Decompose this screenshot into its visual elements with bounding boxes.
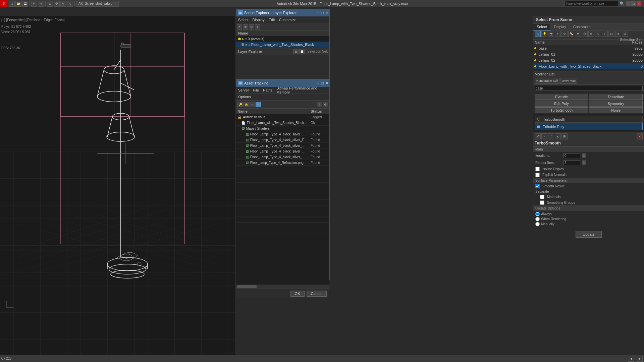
file-tab-close[interactable]: ✕ — [114, 2, 116, 5]
sfs-geo-btn[interactable]: △ — [535, 31, 541, 37]
render-iters-up[interactable]: ▲ — [582, 160, 586, 163]
at-row-gloss[interactable]: 🖼 Floor_Lamp_Type_4_black_silver_Glossin… — [236, 143, 329, 148]
status-icon1[interactable]: ◀ — [628, 356, 634, 362]
mod-face-btn[interactable]: ▲ — [555, 133, 561, 139]
sfs-cam-btn[interactable]: 📷 — [548, 31, 554, 37]
at-btn3[interactable]: ≡ — [250, 102, 255, 107]
symmetry-button[interactable]: Symmetry — [589, 101, 643, 107]
asset-tracking-titlebar[interactable]: ⊞ Asset Tracking − □ ✕ — [236, 79, 329, 87]
at-menu-paths[interactable]: Paths — [262, 88, 273, 92]
isoline-checkbox[interactable] — [535, 167, 540, 171]
sfs-light-btn[interactable]: 💡 — [541, 31, 547, 37]
menu-select[interactable]: Select — [237, 18, 249, 22]
mod-tab-renderable[interactable]: Renderable Spli — [535, 78, 559, 84]
manually-radio[interactable] — [535, 222, 540, 226]
iterations-input[interactable] — [564, 153, 580, 158]
sfs-helper-btn[interactable]: + — [555, 31, 561, 37]
noise-button[interactable]: Noise — [589, 107, 643, 113]
at-row-fresnel[interactable]: 🖼 Floor_Lamp_Type_4_black_silver_Fresnel… — [236, 137, 329, 143]
at-row-maps[interactable]: 🖼 Maps / Shaders — [236, 126, 329, 131]
scale-icon[interactable]: ⤡ — [67, 1, 73, 7]
smooth-result-checkbox[interactable] — [535, 184, 540, 188]
sfs-bone-btn[interactable]: 🦴 — [568, 31, 574, 37]
at-maximize[interactable]: □ — [321, 81, 324, 85]
select-icon[interactable]: ⊞ — [47, 1, 53, 7]
sfs-invert-btn[interactable]: ⊘ — [588, 31, 594, 37]
at-help-btn[interactable]: ? — [317, 102, 322, 107]
minimize-button[interactable]: − — [626, 1, 631, 6]
edit-poly-button[interactable]: Edit Poly — [535, 101, 588, 107]
at-settings-btn[interactable]: ⚙ — [323, 102, 328, 107]
mod-edge-btn[interactable]: / — [548, 133, 554, 139]
rotate-icon[interactable]: ↺ — [60, 1, 66, 7]
smoothing-groups-checkbox[interactable] — [540, 200, 544, 205]
stack-turbosmoothh[interactable]: ⬡ TurboSmooth — [535, 116, 643, 123]
layer-lamp[interactable]: ▶ ≡ Floor_Lamp_with_Two_Shades_Black — [236, 42, 329, 48]
at-row-file[interactable]: 📄 Floor_Lamp_with_Two_Shades_Black_max_v… — [236, 120, 329, 126]
sfs-hier-btn[interactable]: ⊞ — [622, 31, 628, 37]
menu-display[interactable]: Display — [252, 18, 265, 22]
at-menu-file[interactable]: File — [252, 88, 260, 92]
always-radio[interactable] — [535, 212, 540, 216]
at-row-vault[interactable]: 🔒 Autodesk Vault Logged — [236, 114, 329, 120]
mod-pin-btn[interactable]: 📌 — [535, 133, 541, 139]
turbo-smooth-button[interactable]: TurboSmooth — [535, 107, 588, 113]
sfs-filter-btn[interactable]: ▽ — [595, 31, 601, 37]
base-input[interactable] — [535, 86, 643, 91]
viewport-scene[interactable] — [0, 16, 235, 355]
sfs-sort-btn[interactable]: ↕ — [602, 31, 608, 37]
extrude-button[interactable]: Extrude — [535, 94, 588, 100]
sfs-list-btn[interactable]: ≡ — [615, 31, 621, 37]
at-menu-server[interactable]: Server — [237, 88, 250, 92]
materials-checkbox[interactable] — [540, 195, 544, 199]
status-icon2[interactable]: ▶ — [637, 356, 643, 362]
sfs-all-btn[interactable]: ∀ — [575, 31, 581, 37]
new-icon[interactable]: □ — [9, 1, 15, 7]
tab-customize[interactable]: Customize — [570, 24, 594, 31]
move-icon[interactable]: ✛ — [54, 1, 60, 7]
iterations-down[interactable]: ▼ — [582, 156, 586, 158]
at-minimize[interactable]: − — [316, 81, 319, 85]
open-icon[interactable]: 📂 — [15, 1, 21, 7]
sfs-row-base[interactable]: base 9962 — [533, 45, 644, 51]
at-btn2[interactable]: 🔒 — [244, 102, 249, 107]
at-row-reflect[interactable]: 🖼 Floor_Lamp_Type_4_black_silver_Reflect… — [236, 154, 329, 160]
redo-icon[interactable]: ↪ — [38, 1, 44, 7]
stack-editable-poly[interactable]: ◼ Editable Poly — [535, 123, 643, 130]
layer-0[interactable]: ▶ ≡ 0 (default) — [236, 36, 329, 42]
se-filter-btn[interactable]: ✕ — [237, 24, 242, 29]
tab-display[interactable]: Display — [551, 24, 570, 31]
se-footer-icon2[interactable]: 📋 — [299, 49, 305, 54]
mod-tab-uvw[interactable]: UVW Map — [560, 78, 577, 84]
at-cancel-button[interactable]: Cancel — [307, 291, 327, 297]
se-layer-explorer-label[interactable]: Layer Explorer — [237, 50, 263, 54]
when-rendering-radio[interactable] — [535, 217, 540, 221]
update-button[interactable]: Update — [576, 231, 601, 238]
se-expand-btn[interactable]: ⊕ — [243, 24, 248, 29]
mod-delete-btn[interactable]: ✕ — [637, 133, 643, 139]
at-scrollbar[interactable] — [236, 285, 329, 289]
file-tab[interactable]: AK_Screenshot_wrksp ✕ — [76, 1, 119, 7]
explicit-normals-checkbox[interactable] — [535, 173, 540, 177]
sfs-row-ceiling01[interactable]: ceiling_01 20805 — [533, 51, 644, 57]
tessellate-button[interactable]: Tessellate — [589, 94, 643, 100]
tab-select[interactable]: Select — [533, 24, 551, 31]
menu-edit[interactable]: Edit — [268, 18, 276, 22]
mod-all-btn[interactable]: ⊞ — [561, 133, 568, 139]
menu-customize[interactable]: Customize — [278, 18, 297, 22]
undo-icon[interactable]: ↩ — [31, 1, 37, 7]
at-btn4[interactable]: ≡ — [256, 102, 261, 107]
scene-explorer-minimize[interactable]: − — [316, 10, 319, 15]
save-icon[interactable]: 💾 — [22, 1, 28, 7]
at-menu-bitmap[interactable]: Bitmap Performance and Memory — [276, 86, 328, 94]
sfs-colhide-btn[interactable]: ⊟ — [608, 31, 614, 37]
sfs-row-lamp[interactable]: Floor_Lamp_with_Two_Shades_Black 0 — [533, 63, 644, 69]
sfs-space-btn[interactable]: ⚙ — [561, 31, 568, 37]
mod-vert-btn[interactable]: · — [541, 133, 547, 139]
at-scrollbar-thumb[interactable] — [237, 285, 257, 288]
se-collapse-btn[interactable]: ⊖ — [249, 24, 254, 29]
at-close[interactable]: ✕ — [325, 81, 329, 85]
at-menu-options[interactable]: Options — [237, 95, 252, 99]
at-row-refract[interactable]: 🖼 Floor_lamp_Type_4_Refraction.png Found — [236, 160, 329, 166]
se-footer-icon1[interactable]: ⊞ — [293, 49, 299, 54]
